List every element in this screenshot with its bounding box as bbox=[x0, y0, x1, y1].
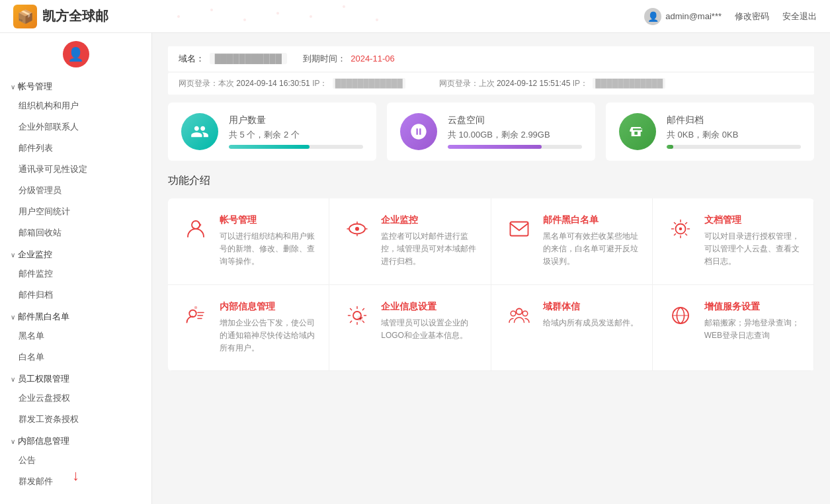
stat-info-archive: 邮件归档 共 0KB，剩余 0KB bbox=[667, 114, 801, 149]
feature-title-account: 帐号管理 bbox=[220, 214, 315, 226]
stat-icon-archive bbox=[619, 113, 656, 150]
stat-icon-users bbox=[181, 113, 218, 150]
arrow-icon-5: ∨ bbox=[11, 438, 15, 445]
feature-desc-valueadded: 邮箱搬家；异地登录查询；WEB登录日志查询 bbox=[704, 317, 800, 342]
stat-bar-fill-archive bbox=[667, 145, 673, 149]
feature-icon-docs bbox=[666, 214, 695, 243]
svg-point-19 bbox=[522, 311, 528, 316]
stat-title-users: 用户数量 bbox=[229, 114, 363, 126]
scroll-down-indicator: ↓ bbox=[72, 467, 79, 484]
sidebar-item-cloud-auth[interactable]: 企业云盘授权 bbox=[0, 388, 151, 409]
svg-point-1 bbox=[210, 9, 213, 11]
feature-monitor[interactable]: 企业监控 监控者可以对邮件进行监控，域管理员可对本域邮件进行归档。 bbox=[329, 198, 491, 285]
features-grid: 帐号管理 可以进行组织结构和用户账号的新增、修改、删除、查询等操作。 企业监控 … bbox=[168, 198, 814, 371]
current-ip-label: IP： bbox=[312, 79, 327, 88]
stat-icon-cloud bbox=[400, 113, 437, 150]
feature-icon-monitor bbox=[343, 214, 372, 243]
sidebar-item-org-users[interactable]: 组织机构和用户 bbox=[0, 95, 151, 116]
sidebar-scroll: ∨ 帐号管理 组织机构和用户 企业外部联系人 邮件列表 通讯录可见性设定 分级管… bbox=[0, 75, 151, 504]
sidebar-item-mail-list[interactable]: 邮件列表 bbox=[0, 138, 151, 159]
feature-blacklist[interactable]: 邮件黑白名单 黑名单可有效拦收某些地址的来信，白名单可避开反垃圾误判。 bbox=[491, 198, 653, 285]
svg-point-18 bbox=[516, 308, 522, 314]
logout-link[interactable]: 安全退出 bbox=[782, 11, 817, 22]
feature-valueadded[interactable]: 增值服务设置 邮箱搬家；异地登录查询；WEB登录日志查询 bbox=[653, 285, 814, 372]
svg-point-14 bbox=[194, 306, 198, 309]
stat-card-archive: 邮件归档 共 0KB，剩余 0KB bbox=[606, 103, 814, 161]
sidebar-item-mail-monitor[interactable]: 邮件监控 bbox=[0, 263, 151, 284]
feature-text-account: 帐号管理 可以进行组织结构和用户账号的新增、修改、删除、查询等操作。 bbox=[220, 214, 315, 269]
svg-point-4 bbox=[310, 15, 312, 18]
feature-title-groupmail: 域群体信 bbox=[543, 301, 638, 313]
user-avatar-icon: 👤 bbox=[644, 8, 661, 25]
feature-enterprise[interactable]: 企业信息设置 域管理员可以设置企业的LOGO和企业基本信息。 bbox=[329, 285, 491, 372]
sidebar-item-external-contacts[interactable]: 企业外部联系人 bbox=[0, 116, 151, 138]
content-area: 域名： ███████████ 到期时间： 2024-11-06 网页登录：本次… bbox=[152, 33, 830, 504]
feature-icon-account bbox=[181, 214, 210, 243]
feature-desc-internal: 增加企业公告下发，使公司的通知箱神尽快传达给域内所有用户。 bbox=[220, 317, 315, 355]
feature-desc-enterprise: 域管理员可以设置企业的LOGO和企业基本信息。 bbox=[381, 317, 477, 342]
sidebar-item-mail-archive[interactable]: 邮件归档 bbox=[0, 284, 151, 306]
feature-desc-groupmail: 给域内所有成员发送邮件。 bbox=[543, 317, 638, 329]
feature-docs[interactable]: 文档管理 可以对目录进行授权管理，可以管理个人云盘、查看文档日志。 bbox=[653, 198, 814, 285]
feature-desc-blacklist: 黑名单可有效拦收某些地址的来信，白名单可避开反垃圾误判。 bbox=[543, 230, 639, 269]
sidebar-item-blacklist[interactable]: 黑名单 bbox=[0, 325, 151, 347]
sidebar-item-whitelist[interactable]: 白名单 bbox=[0, 347, 151, 368]
feature-desc-account: 可以进行组织结构和用户账号的新增、修改、删除、查询等操作。 bbox=[220, 230, 315, 269]
sidebar-group-account[interactable]: ∨ 帐号管理 bbox=[0, 75, 151, 95]
stat-bar-fill-cloud bbox=[448, 145, 542, 149]
user-email: admin@mai*** bbox=[665, 11, 722, 21]
header-right: 👤 admin@mai*** 修改密码 安全退出 bbox=[644, 8, 817, 25]
feature-icon-internal bbox=[181, 301, 210, 330]
svg-point-2 bbox=[243, 19, 246, 21]
sidebar-item-mailbox-recycle[interactable]: 邮箱回收站 bbox=[0, 222, 151, 243]
arrow-icon: ∨ bbox=[11, 83, 15, 91]
feature-title-blacklist: 邮件黑白名单 bbox=[543, 214, 639, 226]
feature-title-monitor: 企业监控 bbox=[381, 214, 477, 226]
stat-bar-fill-users bbox=[229, 145, 310, 149]
header: 📦 凯方全球邮 👤 admin@mai*** 修改密码 安全退出 bbox=[0, 0, 830, 33]
prev-ip-value: ████████████ bbox=[593, 78, 665, 89]
sidebar-group-monitor[interactable]: ∨ 企业监控 bbox=[0, 243, 151, 263]
sidebar-group-blackwhite[interactable]: ∨ 邮件黑白名单 bbox=[0, 306, 151, 325]
svg-point-17 bbox=[511, 311, 516, 316]
feature-icon-groupmail bbox=[505, 301, 534, 330]
stat-value-archive: 共 0KB，剩余 0KB bbox=[667, 129, 801, 141]
feature-text-docs: 文档管理 可以对目录进行授权管理，可以管理个人云盘、查看文档日志。 bbox=[704, 214, 800, 269]
sidebar-item-salary-auth[interactable]: 群发工资条授权 bbox=[0, 409, 151, 430]
domain-label: 域名： bbox=[179, 54, 204, 63]
stat-title-archive: 邮件归档 bbox=[667, 114, 801, 126]
feature-text-internal: 内部信息管理 增加企业公告下发，使公司的通知箱神尽快传达给域内所有用户。 bbox=[220, 301, 315, 355]
sidebar-item-contact-visibility[interactable]: 通讯录可见性设定 bbox=[0, 159, 151, 180]
arrow-icon-2: ∨ bbox=[11, 251, 15, 259]
logo-text: 凯方全球邮 bbox=[42, 7, 108, 25]
sidebar-group-account-label: 帐号管理 bbox=[18, 81, 52, 93]
arrow-icon-3: ∨ bbox=[11, 314, 15, 321]
sidebar-item-user-space[interactable]: 用户空间统计 bbox=[0, 201, 151, 222]
user-info: 👤 admin@mai*** bbox=[644, 8, 722, 25]
feature-account[interactable]: 帐号管理 可以进行组织结构和用户账号的新增、修改、删除、查询等操作。 bbox=[168, 198, 329, 285]
sidebar-group-permissions[interactable]: ∨ 员工权限管理 bbox=[0, 368, 151, 388]
prev-ip-label: IP： bbox=[573, 79, 588, 88]
prev-login-label: 网页登录：上次 bbox=[439, 79, 495, 88]
feature-internal[interactable]: 内部信息管理 增加企业公告下发，使公司的通知箱神尽快传达给域内所有用户。 bbox=[168, 285, 329, 372]
feature-title-valueadded: 增值服务设置 bbox=[704, 301, 800, 313]
domain-value: ███████████ bbox=[210, 53, 287, 64]
arrow-icon-4: ∨ bbox=[11, 376, 15, 383]
stat-card-users: 用户数量 共 5 个，剩余 2 个 bbox=[168, 103, 376, 161]
stat-bar-bg-archive bbox=[667, 145, 801, 149]
change-password-link[interactable]: 修改密码 bbox=[735, 11, 769, 22]
feature-text-monitor: 企业监控 监控者可以对邮件进行监控，域管理员可对本域邮件进行归档。 bbox=[381, 214, 477, 269]
sidebar-item-admin-levels[interactable]: 分级管理员 bbox=[0, 180, 151, 201]
logo: 📦 凯方全球邮 bbox=[13, 5, 108, 28]
sidebar: 👤 ∨ 帐号管理 组织机构和用户 企业外部联系人 邮件列表 通讯录可见性设定 分… bbox=[0, 33, 152, 504]
current-login: 网页登录：本次 2024-09-14 16:30:51 IP： ████████… bbox=[179, 79, 407, 88]
stat-value-users: 共 5 个，剩余 2 个 bbox=[229, 129, 363, 141]
domain-bar: 域名： ███████████ 到期时间： 2024-11-06 bbox=[168, 46, 814, 71]
login-bar: 网页登录：本次 2024-09-14 16:30:51 IP： ████████… bbox=[168, 73, 814, 95]
feature-title-internal: 内部信息管理 bbox=[220, 301, 315, 313]
sidebar-group-internal[interactable]: ∨ 内部信息管理 bbox=[0, 430, 151, 450]
feature-groupmail[interactable]: 域群体信 给域内所有成员发送邮件。 bbox=[491, 285, 653, 372]
stat-card-cloud: 云盘空间 共 10.00GB，剩余 2.99GB bbox=[387, 103, 595, 161]
feature-icon-valueadded bbox=[666, 301, 695, 330]
feature-text-enterprise: 企业信息设置 域管理员可以设置企业的LOGO和企业基本信息。 bbox=[381, 301, 477, 355]
